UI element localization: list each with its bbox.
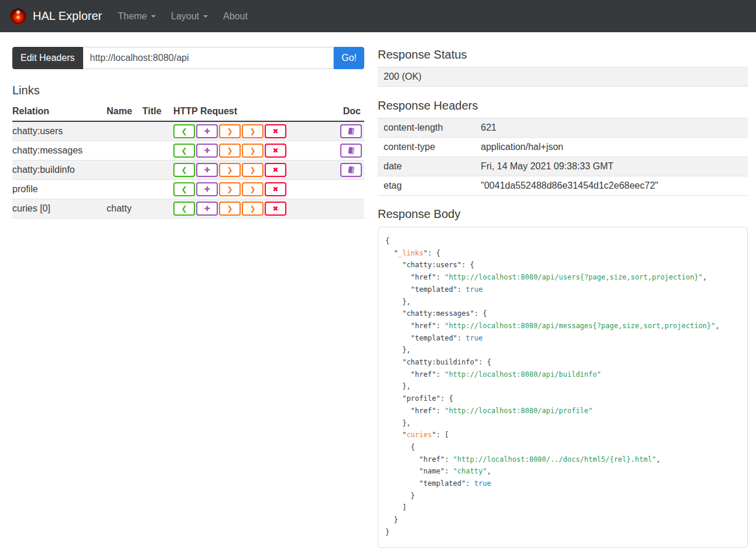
relation-cell: chatty:users [12, 121, 107, 141]
code-line: "href": "http://localhost:8080/api/messa… [385, 320, 740, 332]
patch-request-button[interactable]: ❯ [242, 144, 264, 158]
nav-item-label: About [223, 11, 248, 22]
code-line: "chatty:users": { [385, 259, 740, 271]
post-request-button[interactable]: ✚ [196, 144, 218, 158]
code-line: "profile": { [385, 393, 740, 405]
code-line: "chatty:messages": { [385, 308, 740, 320]
get-request-button[interactable]: ❮ [173, 182, 195, 196]
response-status-table: 200 (OK) [378, 67, 748, 87]
links-table-header-row: Relation Name Title HTTP Request Doc [12, 104, 364, 121]
patch-request-button[interactable]: ❯ [242, 182, 264, 196]
response-headers-title: Response Headers [378, 99, 748, 113]
doc-button[interactable] [340, 124, 362, 138]
http-request-cell: ❮✚❯❯✖ [173, 160, 337, 179]
code-line: } [385, 490, 740, 502]
response-header-key: content-type [378, 138, 475, 157]
links-section-title: Links [12, 84, 364, 97]
put-request-button[interactable]: ❯ [219, 202, 241, 216]
chevron-down-icon [203, 15, 208, 18]
response-headers-table: content-length621content-typeapplication… [378, 118, 748, 196]
patch-request-button[interactable]: ❯ [242, 124, 264, 138]
column-header-doc: Doc [337, 104, 364, 121]
links-table-row: profile❮✚❯❯✖ [12, 179, 364, 199]
doc-button[interactable] [340, 163, 362, 177]
get-request-button[interactable]: ❮ [173, 202, 195, 216]
response-header-key: etag [378, 176, 475, 196]
code-line: ] [385, 502, 740, 514]
response-header-value: application/hal+json [475, 138, 748, 157]
navbar: HAL Explorer ThemeLayoutAbout [0, 0, 756, 32]
links-table-row: chatty:users❮✚❯❯✖ [12, 121, 364, 141]
response-header-value: "0041da552488d86e31454d1c2e68eec72" [475, 176, 748, 196]
title-cell [142, 141, 173, 160]
edit-headers-button[interactable]: Edit Headers [12, 47, 83, 69]
main-content: Edit Headers Go! Links Relation Name Tit… [0, 32, 756, 548]
put-request-button[interactable]: ❯ [219, 144, 241, 158]
patch-request-button[interactable]: ❯ [242, 202, 264, 216]
http-request-button-group: ❮✚❯❯✖ [173, 144, 337, 158]
code-line: "templated": true [385, 332, 740, 345]
delete-request-button[interactable]: ✖ [265, 124, 286, 138]
code-line: "templated": true [385, 284, 740, 296]
name-cell [107, 121, 142, 141]
doc-cell [337, 179, 364, 199]
relation-cell: chatty:messages [12, 141, 107, 160]
post-request-button[interactable]: ✚ [196, 124, 218, 138]
doc-cell [337, 160, 364, 179]
nav-item-label: Layout [171, 11, 199, 22]
links-table-row: chatty:buildinfo❮✚❯❯✖ [12, 160, 364, 179]
put-request-button[interactable]: ❯ [219, 182, 241, 196]
delete-request-button[interactable]: ✖ [265, 182, 286, 196]
right-column: Response Status 200 (OK) Response Header… [378, 47, 748, 548]
post-request-button[interactable]: ✚ [196, 202, 218, 216]
code-line: "href": "http://localhost:8080/api/users… [385, 271, 740, 284]
response-header-row: etag"0041da552488d86e31454d1c2e68eec72" [378, 176, 748, 196]
request-bar: Edit Headers Go! [12, 47, 364, 69]
links-table-row: chatty:messages❮✚❯❯✖ [12, 141, 364, 160]
nav-item-about[interactable]: About [215, 11, 255, 22]
title-cell [142, 179, 173, 199]
title-cell [142, 160, 173, 179]
url-input[interactable] [83, 47, 334, 69]
http-request-button-group: ❮✚❯❯✖ [173, 202, 337, 216]
nav-item-layout[interactable]: Layout [163, 11, 215, 22]
get-request-button[interactable]: ❮ [173, 144, 195, 158]
brand[interactable]: HAL Explorer [9, 8, 102, 25]
put-request-button[interactable]: ❯ [219, 163, 241, 177]
name-cell: chatty [107, 199, 142, 218]
code-line: }, [385, 296, 740, 308]
http-request-button-group: ❮✚❯❯✖ [173, 182, 337, 196]
response-header-value: 621 [475, 118, 748, 138]
post-request-button[interactable]: ✚ [196, 163, 218, 177]
delete-request-button[interactable]: ✖ [265, 202, 286, 216]
left-column: Edit Headers Go! Links Relation Name Tit… [12, 47, 364, 219]
links-table-row: curies [0]chatty❮✚❯❯✖ [12, 199, 364, 218]
column-header-http-request: HTTP Request [173, 104, 337, 121]
get-request-button[interactable]: ❮ [173, 163, 195, 177]
get-request-button[interactable]: ❮ [173, 124, 195, 138]
title-cell [142, 199, 173, 218]
column-header-title: Title [142, 104, 173, 121]
nav-item-theme[interactable]: Theme [110, 11, 163, 22]
doc-button[interactable] [340, 144, 362, 158]
code-line: }, [385, 344, 740, 356]
name-cell [107, 160, 142, 179]
patch-request-button[interactable]: ❯ [242, 163, 264, 177]
response-header-row: content-typeapplication/hal+json [378, 138, 748, 157]
column-header-relation: Relation [12, 104, 107, 121]
code-line: "chatty:buildinfo": { [385, 356, 740, 369]
hal-eye-logo-icon [9, 8, 27, 25]
code-line: "curies": [ [385, 429, 740, 441]
http-request-button-group: ❮✚❯❯✖ [173, 124, 337, 138]
put-request-button[interactable]: ❯ [219, 124, 241, 138]
response-header-row: dateFri, 14 May 2021 09:38:33 GMT [378, 157, 748, 176]
code-line: { [385, 235, 740, 247]
http-request-cell: ❮✚❯❯✖ [173, 121, 337, 141]
go-button[interactable]: Go! [334, 47, 364, 69]
delete-request-button[interactable]: ✖ [265, 144, 286, 158]
doc-cell [337, 141, 364, 160]
response-status-value: 200 (OK) [378, 67, 748, 87]
name-cell [107, 179, 142, 199]
post-request-button[interactable]: ✚ [196, 182, 218, 196]
delete-request-button[interactable]: ✖ [265, 163, 286, 177]
